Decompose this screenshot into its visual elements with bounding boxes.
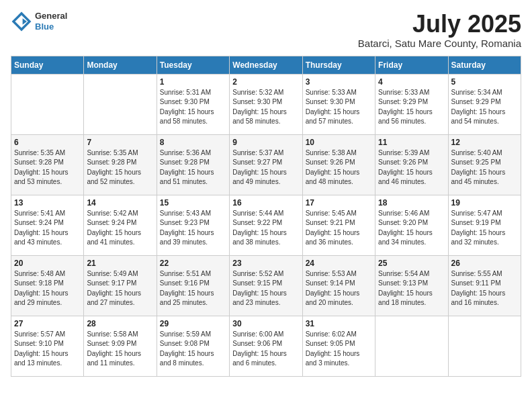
day-number: 2 xyxy=(232,77,299,87)
day-number: 29 xyxy=(160,319,226,328)
calendar-cell: 6Sunrise: 5:35 AMSunset: 9:28 PMDaylight… xyxy=(11,134,84,195)
day-info: Sunrise: 5:46 AMSunset: 9:20 PMDaylight:… xyxy=(378,209,445,248)
calendar-cell: 23Sunrise: 5:52 AMSunset: 9:15 PMDayligh… xyxy=(230,255,302,316)
day-number: 21 xyxy=(87,259,153,268)
day-info: Sunrise: 5:40 AMSunset: 9:25 PMDaylight:… xyxy=(451,148,518,187)
calendar-cell: 3Sunrise: 5:33 AMSunset: 9:30 PMDaylight… xyxy=(302,74,375,134)
day-number: 22 xyxy=(160,259,226,268)
title-block: July 2025 Batarci, Satu Mare County, Rom… xyxy=(358,11,521,49)
calendar-cell: 9Sunrise: 5:37 AMSunset: 9:27 PMDaylight… xyxy=(230,134,302,195)
logo-line2: Blue xyxy=(35,21,67,32)
day-info: Sunrise: 6:00 AMSunset: 9:06 PMDaylight:… xyxy=(232,330,299,369)
calendar-cell: 27Sunrise: 5:57 AMSunset: 9:10 PMDayligh… xyxy=(11,316,84,376)
day-info: Sunrise: 6:02 AMSunset: 9:05 PMDaylight:… xyxy=(306,330,372,369)
day-number: 14 xyxy=(87,198,153,208)
calendar-cell: 8Sunrise: 5:36 AMSunset: 9:28 PMDaylight… xyxy=(157,134,229,195)
calendar-cell: 12Sunrise: 5:40 AMSunset: 9:25 PMDayligh… xyxy=(448,134,521,195)
weekday-header: Wednesday xyxy=(230,56,302,74)
calendar-week-row: 20Sunrise: 5:48 AMSunset: 9:18 PMDayligh… xyxy=(11,255,521,316)
day-number: 27 xyxy=(14,319,81,328)
calendar-week-row: 6Sunrise: 5:35 AMSunset: 9:28 PMDaylight… xyxy=(11,134,521,195)
day-info: Sunrise: 5:53 AMSunset: 9:14 PMDaylight:… xyxy=(306,269,372,308)
calendar-cell xyxy=(375,316,448,376)
calendar-week-row: 13Sunrise: 5:41 AMSunset: 9:24 PMDayligh… xyxy=(11,195,521,255)
day-number: 20 xyxy=(14,259,81,268)
calendar-cell: 17Sunrise: 5:45 AMSunset: 9:21 PMDayligh… xyxy=(302,195,375,255)
day-number: 19 xyxy=(451,198,518,208)
calendar-table: SundayMondayTuesdayWednesdayThursdayFrid… xyxy=(11,56,521,377)
day-number: 31 xyxy=(306,319,372,328)
day-info: Sunrise: 5:33 AMSunset: 9:29 PMDaylight:… xyxy=(378,88,445,127)
calendar-cell: 24Sunrise: 5:53 AMSunset: 9:14 PMDayligh… xyxy=(302,255,375,316)
day-number: 25 xyxy=(378,259,445,268)
calendar-cell: 11Sunrise: 5:39 AMSunset: 9:26 PMDayligh… xyxy=(375,134,448,195)
calendar-cell xyxy=(84,74,157,134)
logo-icon xyxy=(11,11,32,32)
day-number: 13 xyxy=(14,198,81,208)
day-number: 23 xyxy=(232,259,299,268)
day-number: 15 xyxy=(160,198,226,208)
calendar-cell: 5Sunrise: 5:34 AMSunset: 9:29 PMDaylight… xyxy=(448,74,521,134)
day-info: Sunrise: 5:42 AMSunset: 9:24 PMDaylight:… xyxy=(87,209,153,248)
month-year: July 2025 xyxy=(358,11,521,38)
calendar-cell: 15Sunrise: 5:43 AMSunset: 9:23 PMDayligh… xyxy=(157,195,229,255)
calendar-cell: 19Sunrise: 5:47 AMSunset: 9:19 PMDayligh… xyxy=(448,195,521,255)
calendar-cell: 2Sunrise: 5:32 AMSunset: 9:30 PMDaylight… xyxy=(230,74,302,134)
calendar-cell: 4Sunrise: 5:33 AMSunset: 9:29 PMDaylight… xyxy=(375,74,448,134)
weekday-header: Saturday xyxy=(448,56,521,74)
calendar-cell: 29Sunrise: 5:59 AMSunset: 9:08 PMDayligh… xyxy=(157,316,229,376)
calendar-cell: 31Sunrise: 6:02 AMSunset: 9:05 PMDayligh… xyxy=(302,316,375,376)
day-number: 3 xyxy=(306,77,372,87)
day-info: Sunrise: 5:33 AMSunset: 9:30 PMDaylight:… xyxy=(306,88,372,127)
calendar-week-row: 1Sunrise: 5:31 AMSunset: 9:30 PMDaylight… xyxy=(11,74,521,134)
day-info: Sunrise: 5:37 AMSunset: 9:27 PMDaylight:… xyxy=(232,148,299,187)
day-info: Sunrise: 5:35 AMSunset: 9:28 PMDaylight:… xyxy=(14,148,81,187)
calendar-cell: 28Sunrise: 5:58 AMSunset: 9:09 PMDayligh… xyxy=(84,316,157,376)
calendar-cell: 7Sunrise: 5:35 AMSunset: 9:28 PMDaylight… xyxy=(84,134,157,195)
calendar-cell: 13Sunrise: 5:41 AMSunset: 9:24 PMDayligh… xyxy=(11,195,84,255)
weekday-header: Monday xyxy=(84,56,157,74)
day-info: Sunrise: 5:36 AMSunset: 9:28 PMDaylight:… xyxy=(160,148,226,187)
day-info: Sunrise: 5:48 AMSunset: 9:18 PMDaylight:… xyxy=(14,269,81,308)
day-number: 9 xyxy=(232,138,299,147)
calendar-cell: 20Sunrise: 5:48 AMSunset: 9:18 PMDayligh… xyxy=(11,255,84,316)
day-info: Sunrise: 5:32 AMSunset: 9:30 PMDaylight:… xyxy=(232,88,299,127)
calendar-cell: 30Sunrise: 6:00 AMSunset: 9:06 PMDayligh… xyxy=(230,316,302,376)
calendar-header-row: SundayMondayTuesdayWednesdayThursdayFrid… xyxy=(11,56,521,74)
day-number: 24 xyxy=(306,259,372,268)
weekday-header: Friday xyxy=(375,56,448,74)
day-info: Sunrise: 5:43 AMSunset: 9:23 PMDaylight:… xyxy=(160,209,226,248)
day-info: Sunrise: 5:35 AMSunset: 9:28 PMDaylight:… xyxy=(87,148,153,187)
day-info: Sunrise: 5:49 AMSunset: 9:17 PMDaylight:… xyxy=(87,269,153,308)
day-info: Sunrise: 5:47 AMSunset: 9:19 PMDaylight:… xyxy=(451,209,518,248)
day-info: Sunrise: 5:57 AMSunset: 9:10 PMDaylight:… xyxy=(14,330,81,369)
day-number: 10 xyxy=(306,138,372,147)
day-info: Sunrise: 5:38 AMSunset: 9:26 PMDaylight:… xyxy=(306,148,372,187)
calendar-cell xyxy=(448,316,521,376)
day-info: Sunrise: 5:51 AMSunset: 9:16 PMDaylight:… xyxy=(160,269,226,308)
day-info: Sunrise: 5:52 AMSunset: 9:15 PMDaylight:… xyxy=(232,269,299,308)
calendar-cell: 25Sunrise: 5:54 AMSunset: 9:13 PMDayligh… xyxy=(375,255,448,316)
calendar-cell: 18Sunrise: 5:46 AMSunset: 9:20 PMDayligh… xyxy=(375,195,448,255)
day-number: 7 xyxy=(87,138,153,147)
calendar-cell: 1Sunrise: 5:31 AMSunset: 9:30 PMDaylight… xyxy=(157,74,229,134)
day-info: Sunrise: 5:55 AMSunset: 9:11 PMDaylight:… xyxy=(451,269,518,308)
day-number: 16 xyxy=(232,198,299,208)
day-number: 4 xyxy=(378,77,445,87)
day-number: 1 xyxy=(160,77,226,87)
calendar-cell: 26Sunrise: 5:55 AMSunset: 9:11 PMDayligh… xyxy=(448,255,521,316)
weekday-header: Sunday xyxy=(11,56,84,74)
day-number: 11 xyxy=(378,138,445,147)
calendar-cell xyxy=(11,74,84,134)
day-number: 5 xyxy=(451,77,518,87)
page-header: General Blue July 2025 Batarci, Satu Mar… xyxy=(11,11,521,49)
day-info: Sunrise: 5:54 AMSunset: 9:13 PMDaylight:… xyxy=(378,269,445,308)
logo: General Blue xyxy=(11,11,67,32)
day-info: Sunrise: 5:45 AMSunset: 9:21 PMDaylight:… xyxy=(306,209,372,248)
day-number: 12 xyxy=(451,138,518,147)
day-number: 17 xyxy=(306,198,372,208)
day-number: 18 xyxy=(378,198,445,208)
weekday-header: Thursday xyxy=(302,56,375,74)
calendar-cell: 16Sunrise: 5:44 AMSunset: 9:22 PMDayligh… xyxy=(230,195,302,255)
day-number: 30 xyxy=(232,319,299,328)
